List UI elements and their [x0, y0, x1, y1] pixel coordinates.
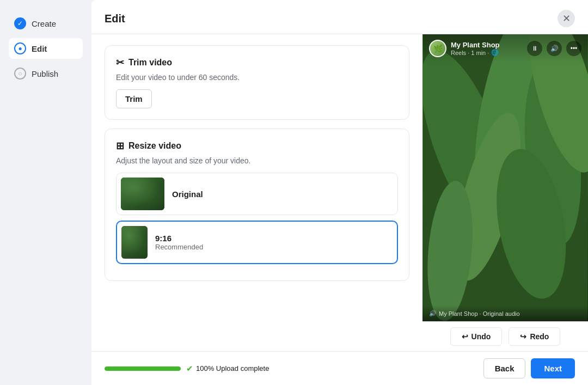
sidebar-item-create-label: Create	[32, 19, 56, 28]
avatar: 🌿	[429, 40, 446, 57]
shop-sub: Reels · 1 min · 🌐	[451, 49, 500, 56]
create-step-icon: ✓	[14, 17, 26, 29]
trim-description: Edit your video to under 60 seconds.	[116, 73, 398, 82]
preview-footer: 🔊 My Plant Shop · Original audio	[422, 305, 588, 321]
resize-section-title: ⊞ Resize video	[116, 140, 398, 152]
pause-icon: ⏸	[531, 45, 538, 52]
resize-recommended: Recommended	[155, 243, 203, 251]
undo-button[interactable]: ↩ Undo	[450, 327, 503, 346]
resize-thumb-original	[121, 178, 164, 210]
content-body: ✂ Trim video Edit your video to under 60…	[91, 34, 588, 351]
redo-button[interactable]: ↪ Redo	[509, 327, 560, 346]
progress-fill	[105, 366, 181, 371]
resize-option-916[interactable]: 9:16 Recommended	[116, 221, 398, 264]
pause-button[interactable]: ⏸	[527, 41, 542, 56]
modal-title: Edit	[105, 13, 125, 25]
preview-video: 🌿 My Plant Shop Reels · 1 min · 🌐 ⏸	[422, 34, 588, 321]
progress-area: ✔ 100% Upload complete	[105, 364, 269, 374]
resize-info-916: 9:16 Recommended	[155, 234, 203, 251]
volume-small-icon: 🔊	[429, 310, 437, 316]
resize-option-original[interactable]: Original	[116, 173, 398, 215]
preview-profile: 🌿 My Plant Shop Reels · 1 min · 🌐	[429, 40, 500, 57]
sidebar-item-edit-label: Edit	[32, 44, 47, 53]
preview-pane: 🌿 My Plant Shop Reels · 1 min · 🌐 ⏸	[422, 34, 588, 351]
modal-header: Edit ✕	[91, 0, 588, 34]
more-icon: •••	[571, 45, 578, 52]
edit-modal: Edit ✕ ✂ Trim video Edit your video to u…	[91, 0, 588, 385]
trim-section-title: ✂ Trim video	[116, 57, 398, 69]
back-button[interactable]: Back	[483, 358, 526, 378]
trim-button[interactable]: Trim	[116, 89, 152, 108]
sidebar-item-edit[interactable]: ● Edit	[9, 38, 83, 59]
next-button[interactable]: Next	[531, 358, 575, 378]
resize-thumb-916	[121, 226, 148, 259]
sidebar-item-publish-label: Publish	[32, 69, 58, 78]
globe-icon: 🌐	[491, 49, 499, 56]
edit-step-icon: ●	[14, 42, 26, 54]
resize-description: Adjust the layout and size of your video…	[116, 156, 398, 165]
close-button[interactable]: ✕	[558, 10, 575, 27]
undo-redo-bar: ↩ Undo ↪ Redo	[422, 321, 588, 351]
resize-icon: ⊞	[116, 140, 124, 152]
preview-audio-info: My Plant Shop · Original audio	[439, 310, 520, 317]
resize-section: ⊞ Resize video Adjust the layout and siz…	[105, 129, 409, 281]
undo-icon: ↩	[462, 332, 468, 341]
volume-icon: 🔊	[550, 45, 559, 52]
trim-section: ✂ Trim video Edit your video to under 60…	[105, 45, 409, 120]
sidebar: ✓ Create ● Edit ○ Publish	[0, 0, 91, 385]
redo-icon: ↪	[520, 332, 526, 341]
trim-icon: ✂	[116, 57, 124, 69]
thumb-plant-916	[121, 226, 148, 259]
thumb-plant-original	[121, 178, 164, 210]
sidebar-item-create[interactable]: ✓ Create	[9, 13, 83, 34]
resize-label-916: 9:16	[155, 234, 203, 243]
resize-info-original: Original	[172, 190, 203, 199]
more-button[interactable]: •••	[566, 41, 581, 56]
publish-step-icon: ○	[14, 68, 26, 80]
preview-header: 🌿 My Plant Shop Reels · 1 min · 🌐 ⏸	[422, 34, 588, 63]
modal-footer: ✔ 100% Upload complete Back Next	[91, 351, 588, 385]
plant-background	[422, 34, 588, 321]
footer-buttons: Back Next	[483, 358, 575, 378]
profile-info: My Plant Shop Reels · 1 min · 🌐	[451, 41, 500, 56]
sidebar-item-publish[interactable]: ○ Publish	[9, 63, 83, 84]
edit-panel: ✂ Trim video Edit your video to under 60…	[91, 34, 422, 351]
progress-label: ✔ 100% Upload complete	[186, 364, 269, 374]
check-icon: ✔	[186, 364, 193, 374]
progress-bar	[105, 366, 181, 371]
preview-footer-text: 🔊	[429, 310, 437, 317]
preview-controls: ⏸ 🔊 •••	[527, 41, 581, 56]
close-icon: ✕	[562, 13, 571, 25]
resize-label-original: Original	[172, 190, 203, 199]
volume-button[interactable]: 🔊	[547, 41, 562, 56]
shop-name: My Plant Shop	[451, 41, 500, 49]
